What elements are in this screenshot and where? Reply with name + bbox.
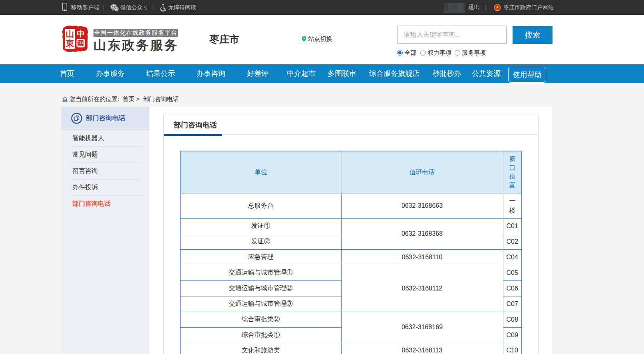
- svg-text:中: 中: [77, 29, 85, 38]
- svg-text:東: 東: [66, 39, 75, 48]
- svg-text:國: 國: [78, 40, 84, 47]
- svg-text:山: 山: [66, 29, 74, 39]
